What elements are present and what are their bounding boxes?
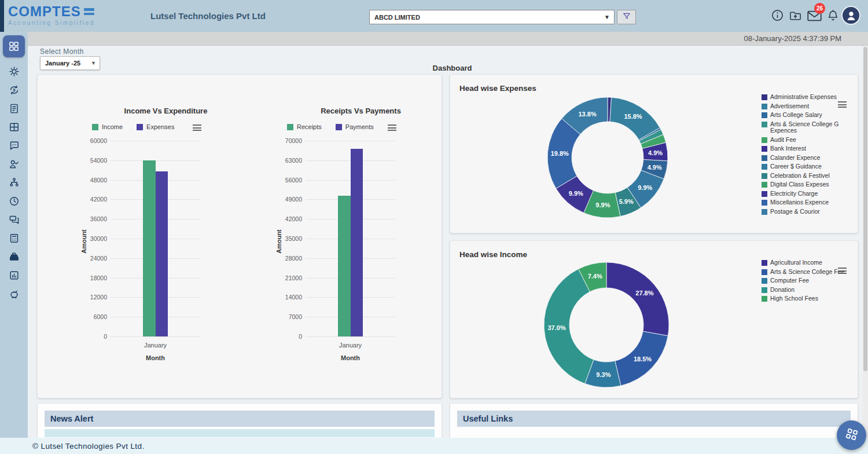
sidebar-item-grid[interactable] <box>3 35 25 57</box>
y-tick-label: 30000 <box>79 235 107 242</box>
bell-icon[interactable] <box>826 9 840 23</box>
sidebar-item-comment-dots[interactable] <box>9 140 20 151</box>
legend-item[interactable]: Computer Fee <box>762 277 857 284</box>
info-icon[interactable] <box>771 9 784 22</box>
month-select[interactable]: January -25 ▼ <box>40 56 100 70</box>
legend-swatch <box>762 200 767 206</box>
sidebar-item-chart-box[interactable] <box>9 270 20 281</box>
sidebar-item-gear[interactable] <box>9 66 20 77</box>
sidebar-item-dollar-sync[interactable]: $ <box>9 85 20 96</box>
legend-item[interactable]: Celebration & Festivel <box>762 173 852 180</box>
sidebar-item-journal[interactable] <box>9 103 20 114</box>
sitemap-icon <box>9 177 20 188</box>
legend-swatch <box>762 296 767 302</box>
piggy-bank-icon <box>9 288 20 299</box>
legend-swatch <box>287 124 293 130</box>
y-tick-label: 56000 <box>274 177 302 184</box>
legend-item-receipts[interactable]: Receipts <box>287 123 322 130</box>
y-tick-label: 48000 <box>79 177 107 184</box>
legend-item[interactable]: Miscellanios Expence <box>762 199 852 206</box>
legend-item-payments[interactable]: Payments <box>336 123 374 130</box>
legend-label: High School Fees <box>770 295 818 302</box>
legend-item[interactable]: Donation <box>762 287 857 294</box>
donut-slice-label: 4.9% <box>648 149 663 156</box>
legend-label: Bank Interest <box>770 145 806 152</box>
donut-slice-label: 18.5% <box>634 356 652 363</box>
expenses-donut-chart: Administrative Expenses: 1%Advertisement… <box>545 95 670 220</box>
sidebar-item-sitemap[interactable] <box>9 177 20 188</box>
quick-menu-fab[interactable] <box>837 420 866 450</box>
useful-links-header: Useful Links <box>457 411 851 427</box>
legend-label: Electricity Charge <box>770 191 818 197</box>
legend-item[interactable]: High School Fees <box>762 295 857 302</box>
legend-swatch <box>762 191 767 197</box>
legend-item-income[interactable]: Income <box>92 123 123 130</box>
donut-slice-label: 9.9% <box>569 190 583 197</box>
legend-item[interactable]: Postage & Courior <box>762 208 852 215</box>
sidebar-item-clock[interactable] <box>9 196 20 207</box>
legend-item[interactable]: Digital Class Expeses <box>762 181 852 188</box>
legend-item[interactable]: Bank Interest <box>762 145 852 152</box>
gridline <box>306 336 395 337</box>
filter-button[interactable] <box>617 10 636 24</box>
gridline <box>111 141 200 141</box>
x-axis-label: Month <box>111 354 200 361</box>
legend-swatch <box>762 209 767 215</box>
bar-charts-card: Income Vs Expenditure IncomeExpenses Amo… <box>37 74 442 398</box>
timestamp: 08-January-2025 4:37:39 PM <box>744 34 841 43</box>
legend-label: Donation <box>770 287 795 294</box>
legend-item[interactable]: Arts & Science College G Expences <box>762 121 852 134</box>
sidebar-item-calculator[interactable] <box>9 233 20 244</box>
sidebar-item-cash-register[interactable] <box>9 251 20 262</box>
head-wise-income-card: Head wise Income Agricultural Income: 27… <box>450 240 858 398</box>
income-vs-expenditure-chart: Income Vs Expenditure IncomeExpenses Amo… <box>75 75 248 399</box>
folder-upload-icon[interactable] <box>788 9 803 23</box>
x-axis-tick: January <box>306 342 395 349</box>
sidebar-item-chat[interactable] <box>9 214 20 225</box>
y-tick-label: 36000 <box>79 215 107 222</box>
legend-item[interactable]: Arts College Salary <box>762 112 852 119</box>
chart-menu-icon[interactable] <box>387 123 398 132</box>
y-tick-label: 60000 <box>79 137 107 144</box>
sidebar-item-piggy-bank[interactable] <box>9 288 20 299</box>
legend-swatch <box>762 137 767 143</box>
gridline <box>111 336 200 337</box>
legend-item[interactable]: Electricity Charge <box>762 191 852 197</box>
y-tick-label: 24000 <box>79 255 107 262</box>
scrollbar-thumb[interactable] <box>863 47 867 371</box>
legend-item[interactable]: Career $ Guidance <box>762 163 852 170</box>
user-check-icon <box>9 159 20 170</box>
news-alert-header: News Alert <box>45 411 435 427</box>
caret-down-icon: ▼ <box>91 60 100 66</box>
bar-expenses <box>156 171 168 336</box>
sidebar-item-table[interactable] <box>9 122 20 133</box>
chart-menu-icon[interactable] <box>837 100 848 109</box>
month-select-value: January -25 <box>41 60 91 67</box>
legend-item[interactable]: Agricultural Income <box>762 259 857 266</box>
chart-menu-icon[interactable] <box>192 123 203 132</box>
legend-item[interactable]: Calander Expence <box>762 155 852 162</box>
donut-slice-label: 19.8% <box>551 150 569 157</box>
donut-slice: Agricultural Income: 27.8% <box>606 262 669 336</box>
chart-title: Income Vs Expenditure <box>83 107 248 115</box>
gridline <box>306 141 395 141</box>
sidebar-item-user-check[interactable] <box>9 159 20 170</box>
page-title: Dashboard <box>36 64 868 72</box>
legend-swatch <box>762 94 767 100</box>
header-accent-bar <box>0 0 4 32</box>
user-avatar[interactable] <box>841 6 860 25</box>
company-select[interactable]: ABCD LIMITED ▼ <box>369 10 615 24</box>
logo-bars-icon <box>84 8 94 15</box>
gridline <box>111 160 200 161</box>
legend-swatch <box>762 146 767 152</box>
y-tick-label: 21000 <box>274 274 302 281</box>
chart-menu-icon[interactable] <box>837 266 848 275</box>
legend-item-expenses[interactable]: Expenses <box>137 123 174 130</box>
legend-label: Audit Fee <box>770 137 796 144</box>
bar-receipts <box>338 196 351 336</box>
income-donut-chart: Agricultural Income: 27.8%Arts & Science… <box>543 261 670 389</box>
legend-item[interactable]: Audit Fee <box>762 137 852 144</box>
y-tick-label: 18000 <box>79 274 107 281</box>
legend-item[interactable]: Administrative Expenses <box>762 94 852 101</box>
card-title: Head wise Expenses <box>459 84 536 93</box>
